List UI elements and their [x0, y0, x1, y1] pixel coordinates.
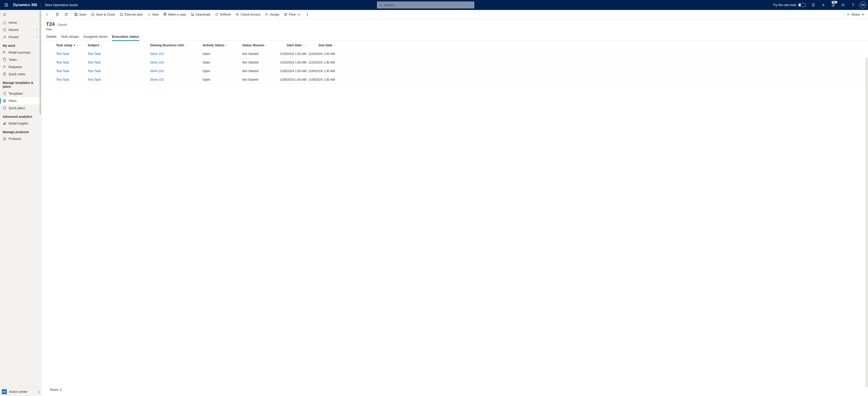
nav-home[interactable]: Home — [0, 19, 41, 26]
back-button[interactable] — [42, 10, 52, 19]
table-row[interactable]: Test TaskTest TaskStore 102OpenNot Start… — [45, 58, 865, 67]
sidebar-scrollbar[interactable] — [39, 10, 41, 396]
nav-pinned[interactable]: Pinned — [0, 33, 41, 41]
nav-collapse-button[interactable] — [0, 10, 41, 19]
execute-plan-button[interactable]: Execute plan — [117, 10, 145, 19]
chevron-down-icon: ⌄ — [185, 44, 186, 46]
owning-bu-link[interactable]: Store 102 — [150, 52, 164, 56]
task-setup-link[interactable]: Test Task — [56, 69, 69, 73]
make-copy-button[interactable]: Make a copy — [161, 10, 188, 19]
col-header-subject[interactable]: Subject ⌄ — [86, 43, 149, 47]
check-access-button[interactable]: Check Access — [233, 10, 263, 19]
col-header-task-setup[interactable]: Task setup ▼ ⌄ — [55, 43, 86, 47]
subject-link[interactable]: Test Task — [88, 69, 101, 73]
save-close-button[interactable]: Save & Close — [89, 10, 117, 19]
owning-bu-link[interactable]: Store 102 — [150, 78, 164, 81]
hamburger-icon — [3, 13, 6, 16]
settings-button[interactable] — [839, 0, 848, 10]
document-icon — [55, 13, 59, 16]
col-header-due-date[interactable]: Due Date ⌄ — [308, 43, 340, 47]
main-scrollbar[interactable] — [866, 57, 868, 387]
try-new-look-toggle[interactable]: Try the new look — [771, 3, 808, 7]
svg-rect-44 — [75, 13, 76, 14]
deactivate-icon — [191, 13, 194, 16]
subject-link[interactable]: Test Task — [88, 52, 101, 56]
nav-label: Tasks — [8, 58, 17, 61]
col-header-owning-bu[interactable]: Owning Business Unit ⌄ — [149, 43, 201, 47]
table-row[interactable]: Test TaskTest TaskStore 102OpenNot Start… — [45, 50, 865, 58]
svg-rect-45 — [75, 15, 76, 16]
owning-bu-link[interactable]: Store 102 — [150, 69, 164, 73]
file-icon — [3, 92, 6, 95]
form-tabs: Details Task setups Assigned stores Exec… — [41, 33, 868, 41]
app-title[interactable]: Dynamics 365 — [11, 3, 39, 7]
svg-rect-6 — [5, 6, 5, 6]
chevron-down-icon — [861, 13, 865, 16]
col-header-status-reason[interactable]: Status Reason ⌄ — [241, 43, 276, 47]
col-label: Owning Business Unit — [150, 43, 184, 47]
tab-details[interactable]: Details — [46, 33, 57, 41]
subject-link[interactable]: Test Task — [88, 78, 101, 81]
nav-products[interactable]: Products — [0, 135, 41, 143]
svg-rect-0 — [5, 3, 5, 4]
due-date: 1/26/2024 1:30 AM — [308, 69, 335, 73]
deactivate-button[interactable]: Deactivate — [188, 10, 213, 19]
svg-rect-39 — [5, 122, 6, 125]
refresh-button[interactable]: Refresh — [213, 10, 233, 19]
nav-recent[interactable]: Recent — [0, 26, 41, 33]
assign-button[interactable]: Assign — [263, 10, 282, 19]
nav-quick-plans[interactable]: Quick plans — [0, 104, 41, 112]
open-record-set-button[interactable] — [53, 10, 62, 19]
grid-header-row: Task setup ▼ ⌄ Subject ⌄ Owning Business… — [45, 41, 865, 50]
svg-point-57 — [307, 13, 308, 13]
nav-requests[interactable]: Requests — [0, 63, 41, 70]
nav-tasks[interactable]: Tasks — [0, 56, 41, 63]
flow-button[interactable]: Flow — [282, 10, 303, 19]
add-button[interactable] — [819, 0, 828, 10]
nav-plans[interactable]: Plans — [0, 97, 41, 104]
help-button[interactable] — [848, 0, 858, 10]
col-header-start-date[interactable]: Start Date ↑ ⌄ — [276, 43, 308, 47]
area-title[interactable]: Store Operations Assist — [42, 3, 80, 7]
lightbulb-button[interactable] — [809, 0, 818, 10]
action-center-label: Action center — [9, 390, 28, 394]
back-icon — [45, 13, 49, 16]
nav-label: Retail summary — [8, 51, 31, 54]
task-setup-link[interactable]: Test Task — [56, 61, 69, 64]
user-avatar[interactable]: SM — [860, 2, 866, 8]
task-setup-link[interactable]: Test Task — [56, 78, 69, 81]
more-commands-button[interactable] — [303, 10, 312, 19]
nav-quick-notes[interactable]: Quick notes — [0, 70, 41, 78]
nav-label: Requests — [8, 65, 22, 69]
action-center-button[interactable]: AC Action center ▴▾ — [0, 387, 41, 396]
svg-rect-4 — [6, 5, 7, 5]
share-button[interactable]: Share — [844, 10, 867, 19]
nav-section-templates: Manage templates & plans — [0, 78, 41, 90]
nav-retail-insights[interactable]: Retail insights — [0, 120, 41, 127]
global-search-input[interactable]: Search — [377, 2, 474, 8]
col-label: Due Date — [318, 43, 332, 47]
toggle-switch[interactable] — [798, 3, 806, 7]
app-launcher-button[interactable] — [2, 0, 11, 10]
subject-link[interactable]: Test Task — [88, 61, 101, 64]
svg-rect-34 — [5, 101, 6, 102]
new-button[interactable]: New — [145, 10, 161, 19]
nav-label: Recent — [8, 28, 19, 32]
owning-bu-link[interactable]: Store 102 — [150, 61, 164, 64]
cmd-label: New — [152, 13, 159, 16]
nav-templates[interactable]: Templates — [0, 90, 41, 97]
tab-task-setups[interactable]: Task setups — [61, 33, 79, 41]
refresh-icon — [215, 13, 219, 16]
nav-retail-summary[interactable]: Retail summary — [0, 49, 41, 56]
task-setup-link[interactable]: Test Task — [56, 52, 69, 56]
open-in-new-window-button[interactable] — [62, 10, 71, 19]
pin-icon — [3, 35, 6, 39]
col-header-activity-status[interactable]: Activity Status ⌄ — [201, 43, 241, 47]
save-button[interactable]: Save — [72, 10, 89, 19]
table-row[interactable]: Test TaskTest TaskStore 102OpenNot Start… — [45, 67, 865, 75]
notifications-button[interactable]: 99+ — [829, 0, 838, 10]
table-row[interactable]: Test TaskTest TaskStore 102OpenNot Start… — [45, 75, 865, 84]
tab-execution-status[interactable]: Execution status — [112, 33, 139, 41]
tab-assigned-stores[interactable]: Assigned stores — [84, 33, 107, 41]
svg-rect-1 — [6, 3, 7, 4]
